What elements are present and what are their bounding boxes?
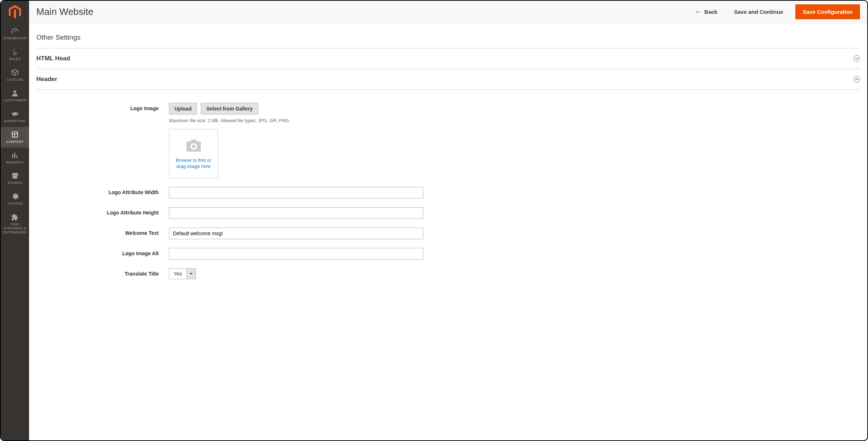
content-area: Other Settings HTML Head Header Logo Ima… bbox=[29, 23, 867, 297]
nav-label: DASHBOARD bbox=[4, 36, 27, 40]
back-button[interactable]: ← Back bbox=[691, 5, 722, 19]
nav-label: MARKETING bbox=[4, 119, 25, 123]
accordion-header[interactable]: Header bbox=[36, 69, 860, 90]
page-title: Main Website bbox=[36, 6, 691, 17]
nav-label: CONTENT bbox=[6, 140, 24, 144]
arrow-left-icon: ← bbox=[695, 8, 702, 16]
layout-icon bbox=[11, 131, 19, 139]
logo-height-input[interactable] bbox=[169, 207, 423, 219]
row-logo-height: Logo Attribute Height bbox=[36, 207, 860, 219]
welcome-text-input[interactable] bbox=[169, 228, 423, 239]
caret-down-icon bbox=[186, 268, 196, 279]
box-icon bbox=[11, 68, 19, 76]
sidebar-item-content[interactable]: CONTENT bbox=[1, 127, 29, 148]
magento-logo[interactable] bbox=[1, 1, 29, 23]
action-buttons: ← Back Save and Continue Save Configurat… bbox=[691, 4, 860, 19]
upload-hint: Maximum file size: 2 MB. Allowed file ty… bbox=[169, 118, 423, 123]
sidebar-item-reports[interactable]: REPORTS bbox=[1, 148, 29, 168]
welcome-text-label: Welcome Text bbox=[36, 228, 169, 236]
translate-title-label: Translate Title bbox=[36, 268, 169, 277]
camera-icon bbox=[185, 138, 202, 152]
sidebar-item-find-partners[interactable]: FIND PARTNERS & EXTENSIONS bbox=[1, 209, 29, 238]
image-dropzone[interactable]: Browse to find or drag image here bbox=[169, 129, 218, 178]
select-value: Yes bbox=[169, 268, 186, 279]
select-from-gallery-button[interactable]: Select from Gallery bbox=[201, 103, 258, 115]
dropzone-text: Browse to find or drag image here bbox=[173, 157, 214, 170]
nav-label: SYSTEM bbox=[8, 202, 23, 206]
chevron-down-icon bbox=[853, 55, 860, 62]
sidebar-item-system[interactable]: SYSTEM bbox=[1, 189, 29, 209]
chevron-up-icon bbox=[853, 76, 860, 83]
nav-label: FIND PARTNERS & EXTENSIONS bbox=[2, 222, 28, 234]
sidebar-item-dashboard[interactable]: DASHBOARD bbox=[1, 23, 29, 44]
bar-chart-icon bbox=[11, 151, 19, 159]
logo-alt-input[interactable] bbox=[169, 248, 423, 260]
main-area: Main Website ← Back Save and Continue Sa… bbox=[29, 1, 867, 440]
logo-width-input[interactable] bbox=[169, 187, 423, 199]
header-form: Logo Image Upload Select from Gallery Ma… bbox=[36, 90, 860, 279]
sidebar-item-catalog[interactable]: CATALOG bbox=[1, 65, 29, 85]
gear-icon bbox=[11, 192, 19, 200]
sidebar-item-customers[interactable]: CUSTOMERS bbox=[1, 85, 29, 106]
row-welcome-text: Welcome Text bbox=[36, 228, 860, 239]
logo-alt-label: Logo Image Alt bbox=[36, 248, 169, 256]
sidebar-item-sales[interactable]: SALES bbox=[1, 44, 29, 65]
nav-label: CUSTOMERS bbox=[3, 99, 26, 103]
logo-width-label: Logo Attribute Width bbox=[36, 187, 169, 195]
person-icon bbox=[11, 89, 19, 97]
nav-label: SALES bbox=[9, 57, 21, 61]
save-and-continue-button[interactable]: Save and Continue bbox=[728, 5, 789, 19]
sidebar-item-marketing[interactable]: MARKETING bbox=[1, 106, 29, 127]
other-settings-heading: Other Settings bbox=[36, 31, 860, 48]
gauge-icon bbox=[11, 27, 19, 35]
translate-title-select[interactable]: Yes bbox=[169, 268, 196, 279]
row-translate-title: Translate Title Yes bbox=[36, 268, 860, 279]
nav-label: CATALOG bbox=[7, 78, 23, 82]
puzzle-icon bbox=[11, 213, 19, 221]
storefront-icon bbox=[11, 172, 19, 180]
admin-sidebar: DASHBOARD SALES CATALOG CUSTOMERS MARKET… bbox=[1, 1, 29, 440]
back-label: Back bbox=[705, 9, 718, 15]
row-logo-width: Logo Attribute Width bbox=[36, 187, 860, 199]
megaphone-icon bbox=[11, 110, 19, 118]
accordion-title: Header bbox=[36, 76, 57, 83]
logo-height-label: Logo Attribute Height bbox=[36, 207, 169, 216]
accordion-title: HTML Head bbox=[36, 55, 70, 62]
nav-label: STORES bbox=[8, 181, 23, 185]
top-toolbar: Main Website ← Back Save and Continue Sa… bbox=[29, 1, 867, 23]
sidebar-item-stores[interactable]: STORES bbox=[1, 168, 29, 189]
row-logo-alt: Logo Image Alt bbox=[36, 248, 860, 260]
nav-label: REPORTS bbox=[6, 161, 24, 165]
accordion-html-head[interactable]: HTML Head bbox=[36, 48, 860, 69]
dollar-icon bbox=[11, 48, 19, 56]
upload-button[interactable]: Upload bbox=[169, 103, 197, 115]
logo-image-label: Logo Image bbox=[36, 103, 169, 111]
row-logo-image: Logo Image Upload Select from Gallery Ma… bbox=[36, 103, 860, 178]
save-configuration-button[interactable]: Save Configuration bbox=[795, 4, 860, 19]
app-frame: DASHBOARD SALES CATALOG CUSTOMERS MARKET… bbox=[0, 0, 868, 441]
